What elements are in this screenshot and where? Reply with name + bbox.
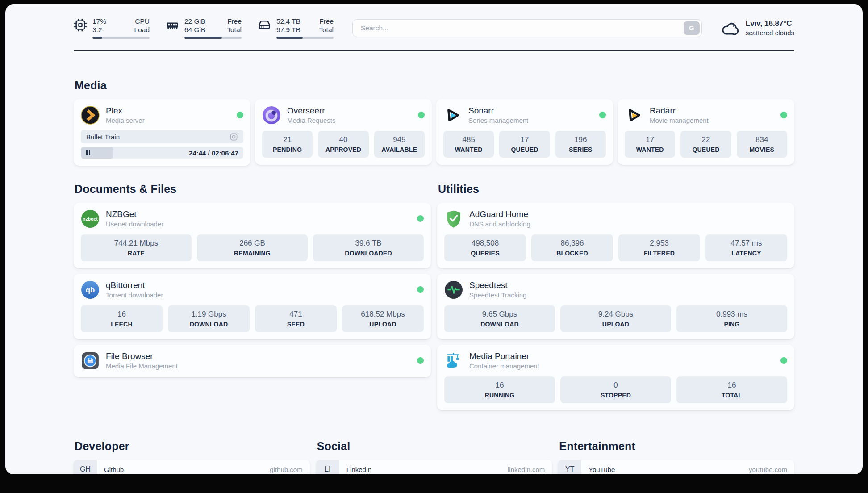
bookmark-name: LinkedIn bbox=[346, 466, 372, 473]
disk-label: Free bbox=[319, 17, 334, 25]
ram-value: 22 GiB bbox=[184, 17, 205, 25]
sonarr-icon bbox=[443, 106, 462, 125]
stat-box: 2,953FILTERED bbox=[618, 234, 700, 261]
status-dot bbox=[599, 112, 606, 118]
stat-box: 1.19 GbpsDOWNLOAD bbox=[168, 305, 250, 332]
disk-value2: 97.9 TB bbox=[276, 25, 300, 34]
stat-box: 618.52 MbpsUPLOAD bbox=[342, 305, 424, 332]
search-engine-button[interactable]: G bbox=[684, 21, 700, 35]
app-card-portainer[interactable]: Media Portainer Container management 16R… bbox=[437, 345, 794, 410]
bookmark-name: Github bbox=[104, 466, 124, 473]
section-title-utilities: Utilities bbox=[438, 183, 794, 196]
now-playing-title: Bullet Train bbox=[86, 133, 120, 141]
bookmark-name: YouTube bbox=[588, 466, 615, 473]
app-description: Media File Management bbox=[106, 362, 178, 370]
disk-icon bbox=[258, 18, 271, 32]
search-input[interactable] bbox=[352, 19, 702, 37]
stat-box: 17QUEUED bbox=[499, 131, 550, 158]
app-stats: 21PENDING 40APPROVED 945AVAILABLE bbox=[262, 131, 425, 158]
qbittorrent-icon: qb bbox=[81, 280, 100, 299]
app-name: NZBGet bbox=[106, 209, 163, 220]
plex-now-playing: Bullet Train 24:44 / 02:06:47 bbox=[81, 130, 243, 159]
player-progress-bar[interactable]: 24:44 / 02:06:47 bbox=[81, 147, 243, 159]
app-description: Series management bbox=[468, 116, 528, 125]
weather-location-temp: Lviv, 16.87°C bbox=[746, 19, 794, 29]
app-stats: 16RUNNING 0STOPPED 16TOTAL bbox=[444, 376, 787, 403]
app-card-qbittorrent[interactable]: qb qBittorrent Torrent downloader 16LEEC… bbox=[74, 274, 431, 339]
bookmark-linkedin[interactable]: LI LinkedIn linkedin.com bbox=[316, 460, 552, 474]
app-description: DNS and adblocking bbox=[469, 220, 530, 228]
app-name: Radarr bbox=[650, 105, 709, 116]
stat-box: 16TOTAL bbox=[676, 376, 787, 403]
stat-box: 9.24 GbpsUPLOAD bbox=[560, 305, 671, 332]
portainer-icon bbox=[444, 351, 463, 370]
bookmark-url: youtube.com bbox=[749, 466, 787, 473]
top-bar: 17%CPU 3.2Load 22 GiBFree 64 GiBTotal bbox=[74, 4, 794, 39]
app-description: Media server bbox=[106, 116, 145, 125]
status-dot bbox=[780, 112, 787, 118]
stat-box: 16RUNNING bbox=[444, 376, 555, 403]
ram-value2: 64 GiB bbox=[184, 25, 205, 34]
app-stats: 744.21 MbpsRATE 266 GBREMAINING 39.6 TBD… bbox=[81, 234, 424, 261]
status-dot bbox=[417, 215, 424, 222]
bookmark-github[interactable]: GH Github github.com bbox=[74, 460, 310, 474]
adguard-icon bbox=[444, 209, 463, 228]
status-dot bbox=[237, 112, 243, 118]
app-card-radarr[interactable]: Radarr Movie management 17WANTED 22QUEUE… bbox=[618, 99, 794, 165]
app-card-nzbget[interactable]: nzbget NZBGet Usenet downloader 744.21 M… bbox=[74, 203, 431, 268]
app-description: Usenet downloader bbox=[106, 220, 163, 228]
stat-box: 22QUEUED bbox=[680, 131, 731, 158]
app-stats: 485WANTED 17QUEUED 196SERIES bbox=[443, 131, 606, 158]
disk-label2: Total bbox=[319, 25, 334, 34]
disk-progress-track bbox=[276, 37, 334, 39]
app-card-plex[interactable]: Plex Media server Bullet Train bbox=[74, 99, 250, 166]
stat-box: 86,396BLOCKED bbox=[531, 234, 613, 261]
system-stat-ram: 22 GiBFree 64 GiBTotal bbox=[166, 17, 242, 39]
app-description: Media Requests bbox=[287, 116, 335, 125]
app-card-filebrowser[interactable]: File Browser Media File Management bbox=[74, 345, 431, 377]
search-bar: G bbox=[352, 19, 702, 37]
app-stats: 498,508QUERIES 86,396BLOCKED 2,953FILTER… bbox=[444, 234, 787, 261]
section-title-media: Media bbox=[75, 79, 794, 92]
ram-progress-track bbox=[184, 37, 242, 39]
disk-value: 52.4 TB bbox=[276, 17, 300, 25]
app-stats: 17WANTED 22QUEUED 834MOVIES bbox=[625, 131, 787, 158]
plex-icon bbox=[81, 106, 100, 125]
stat-box: 744.21 MbpsRATE bbox=[81, 234, 192, 261]
ram-icon bbox=[166, 18, 179, 32]
disk-progress-fill bbox=[276, 37, 303, 39]
cpu-progress-fill bbox=[92, 37, 102, 39]
bookmark-youtube[interactable]: YT YouTube youtube.com bbox=[558, 460, 794, 474]
bookmark-abbr: YT bbox=[558, 460, 581, 474]
radarr-icon bbox=[625, 106, 643, 125]
header-divider bbox=[74, 50, 794, 51]
cpu-progress-track bbox=[92, 37, 150, 39]
app-description: Torrent downloader bbox=[106, 291, 163, 299]
stat-box: 196SERIES bbox=[555, 131, 606, 158]
stat-box: 0.993 msPING bbox=[676, 305, 787, 332]
system-stat-cpu: 17%CPU 3.2Load bbox=[74, 17, 150, 39]
stat-box: 266 GBREMAINING bbox=[197, 234, 308, 261]
app-card-sonarr[interactable]: Sonarr Series management 485WANTED 17QUE… bbox=[436, 99, 613, 165]
weather-widget: Lviv, 16.87°C scattered clouds bbox=[719, 19, 794, 37]
svg-text:qb: qb bbox=[86, 286, 95, 294]
app-card-adguard[interactable]: AdGuard Home DNS and adblocking 498,508Q… bbox=[437, 203, 794, 268]
filebrowser-icon bbox=[81, 351, 100, 370]
stat-box: 945AVAILABLE bbox=[374, 131, 425, 158]
app-name: Plex bbox=[106, 105, 145, 116]
screen-icon[interactable] bbox=[230, 133, 238, 141]
app-name: Sonarr bbox=[468, 105, 528, 116]
section-title-documents: Documents & Files bbox=[75, 183, 431, 196]
app-name: AdGuard Home bbox=[469, 209, 530, 220]
section-title-social: Social bbox=[317, 440, 552, 453]
stat-box: 0STOPPED bbox=[560, 376, 671, 403]
app-name: Media Portainer bbox=[469, 351, 539, 362]
cpu-label: CPU bbox=[135, 17, 150, 25]
bookmark-url: linkedin.com bbox=[508, 466, 545, 473]
stat-box: 17WANTED bbox=[625, 131, 675, 158]
app-card-speedtest[interactable]: Speedtest Speedtest Tracking 9.65 GbpsDO… bbox=[437, 274, 794, 339]
app-card-overseerr[interactable]: Overseerr Media Requests 21PENDING 40APP… bbox=[255, 99, 432, 165]
pause-icon[interactable] bbox=[86, 150, 90, 155]
cpu-icon bbox=[74, 18, 87, 32]
app-name: File Browser bbox=[106, 351, 178, 362]
